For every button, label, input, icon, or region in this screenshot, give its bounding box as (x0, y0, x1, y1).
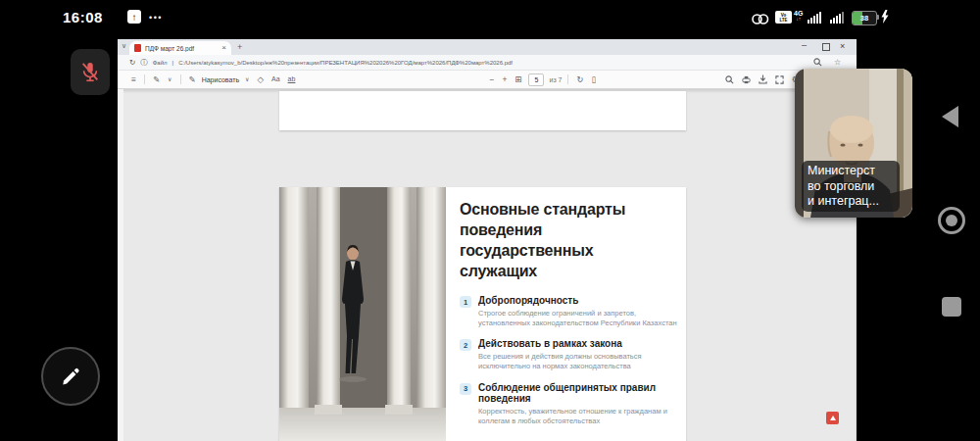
item-number-badge: 1 (460, 296, 471, 308)
item-number-badge: 3 (460, 383, 471, 395)
zoom-in-icon[interactable]: + (502, 74, 507, 84)
browser-window: ∨ ПДФ март 26.pdf × + – × ↻ ⓘ Файл | C:/… (118, 39, 857, 441)
acrobat-extension-icon[interactable] (826, 412, 839, 424)
charging-bolt-icon (881, 10, 889, 24)
rotate-icon[interactable]: ↻ (576, 74, 583, 84)
zoom-page-controls: − + ⊞ 5 из 7 ↻ ▯ (485, 74, 600, 86)
nav-home-button[interactable] (938, 207, 965, 234)
pdf-viewer-area[interactable]: Основные стандарты поведения государстве… (118, 89, 857, 441)
tab-strip: ∨ ПДФ март 26.pdf × + – × (118, 39, 857, 55)
browser-tab[interactable]: ПДФ март 26.pdf × (129, 41, 231, 55)
item-body: Строгое соблюдение ограничений и запрето… (478, 309, 689, 328)
battery-percent: 38 (853, 12, 876, 24)
viewer-left-edge (118, 89, 123, 441)
highlight-icon[interactable]: ab (288, 74, 296, 84)
draw-tool-icon[interactable]: ✎ (189, 74, 196, 84)
window-close-button[interactable]: × (840, 41, 845, 51)
mic-muted-icon (79, 60, 101, 85)
address-url[interactable]: C:/Users/atykasymov_b/Desktop/еж%20презе… (178, 60, 513, 66)
address-bar-actions: ☆ (813, 58, 841, 67)
pencil-icon (59, 365, 82, 388)
phone-screen: 16:08 ↑ ••• Vo LTE 4G ↓↑ 38 (0, 0, 980, 441)
tab-title: ПДФ март 26.pdf (145, 45, 218, 52)
slide-text-column: Основные стандарты поведения государстве… (446, 187, 697, 441)
battery-tip (877, 15, 879, 20)
pdf-favicon (134, 44, 141, 52)
slide-items: 1 Добропорядочность Строгое соблюдение о… (460, 295, 689, 426)
fullscreen-icon[interactable] (775, 75, 784, 84)
signal-bars-sim2 (830, 12, 844, 24)
save-icon[interactable] (759, 74, 767, 84)
add-text-icon[interactable]: Aa (271, 74, 280, 84)
slide-item-1: 1 Добропорядочность Строгое соблюдение о… (460, 295, 689, 328)
item-number-badge: 2 (460, 339, 471, 351)
signal-bars-sim1 (808, 12, 821, 24)
participant-video-tile[interactable]: Министерст во торговли и интеграц... (795, 69, 912, 218)
page-total-label: из 7 (549, 76, 562, 83)
pen-dropdown-icon[interactable]: ∨ (168, 74, 172, 84)
draw-tool-label[interactable]: Нарисовать (202, 76, 239, 83)
participant-name-label: Министерст во торговли и интеграц... (802, 161, 900, 212)
address-scheme: Файл (153, 60, 168, 66)
slide-item-3: 3 Соблюдение общепринятых правил поведен… (460, 382, 689, 426)
clock: 16:08 (63, 9, 103, 25)
volte-badge: Vo LTE (775, 11, 792, 24)
item-heading: Действовать в рамках закона (478, 338, 689, 349)
data-arrows-icon: ↓↑ (794, 17, 803, 22)
item-body: Все решения и действия должны основывать… (478, 352, 689, 371)
fit-width-icon[interactable]: ⊞ (514, 74, 521, 84)
address-bar[interactable]: ↻ ⓘ Файл | C:/Users/atykasymov_b/Desktop… (118, 55, 857, 71)
window-restore-button[interactable] (822, 43, 830, 51)
nav-recents-button[interactable] (942, 297, 961, 317)
pdf-toolbar: ≡ ✎ ∨ ✎ Нарисовать ∨ ◇ Aa ab − + ⊞ 5 из … (118, 71, 857, 89)
network-type-label: 4G ↓↑ (794, 10, 803, 22)
upload-icon: ↑ (127, 10, 141, 24)
page-number-input[interactable]: 5 (528, 74, 544, 86)
search-icon[interactable] (725, 75, 734, 84)
address-separator: | (172, 60, 174, 66)
tab-search-chevron-icon[interactable]: ∨ (122, 42, 126, 50)
contents-icon[interactable]: ≡ (131, 74, 136, 84)
pen-tool-icon[interactable]: ✎ (153, 74, 160, 84)
zoom-page-icon[interactable] (813, 58, 822, 67)
new-tab-button[interactable]: + (237, 42, 242, 52)
slide-item-2: 2 Действовать в рамках закона Все решени… (460, 338, 689, 371)
annotate-pencil-button[interactable] (41, 347, 100, 406)
pdf-page-previous (279, 91, 686, 130)
eraser-icon[interactable]: ◇ (258, 74, 265, 84)
draw-dropdown-icon[interactable]: ∨ (245, 74, 249, 84)
print-icon[interactable] (742, 75, 751, 84)
bookmark-star-icon[interactable]: ☆ (834, 58, 841, 67)
nav-back-button[interactable] (942, 106, 958, 127)
page-layout-icon[interactable]: ▯ (592, 74, 597, 84)
slide-photo-colonnade (279, 187, 446, 441)
more-dots-icon: ••• (149, 13, 163, 23)
data-saver-icon (751, 12, 770, 26)
zoom-out-icon[interactable]: − (489, 74, 494, 84)
tab-close-icon[interactable]: × (221, 44, 226, 52)
item-body: Корректность, уважительное отношение к г… (478, 407, 689, 426)
window-minimize-button[interactable]: – (802, 40, 807, 50)
pdf-page-current: Основные стандарты поведения государстве… (279, 187, 686, 441)
item-heading: Соблюдение общепринятых правил поведения (478, 382, 689, 404)
page-info-icon[interactable]: ⓘ (140, 59, 148, 67)
reload-icon[interactable]: ↻ (129, 59, 135, 67)
slide-title: Основные стандарты поведения государстве… (460, 199, 641, 281)
item-heading: Добропорядочность (478, 295, 689, 306)
battery-indicator: 38 (852, 11, 877, 25)
mute-microphone-button[interactable] (71, 49, 110, 95)
